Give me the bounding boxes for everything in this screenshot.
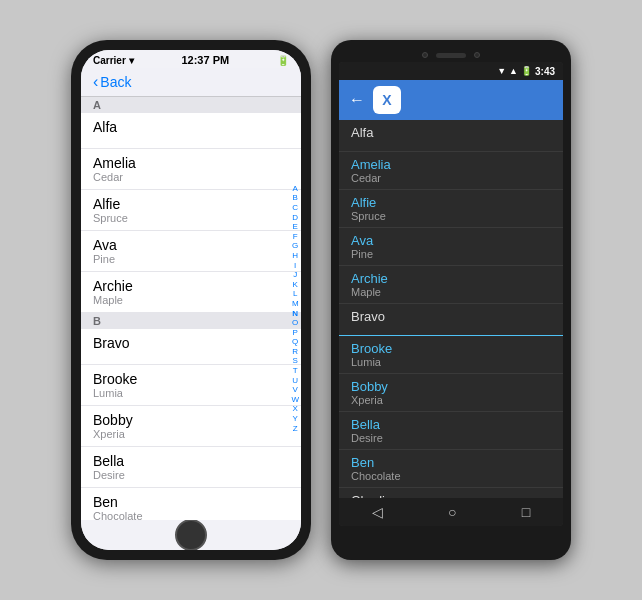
- index-letter[interactable]: K: [291, 280, 299, 290]
- ios-list: A Alfa Amelia Cedar Alfie Spruce Ava Pin…: [81, 97, 301, 520]
- android-nav-bar: ◁ ○ □: [339, 498, 563, 526]
- android-item-name: Alfie: [351, 195, 551, 210]
- android-app-icon-label: X: [382, 92, 391, 108]
- ios-back-button[interactable]: ‹ Back: [93, 74, 131, 90]
- android-camera2: [474, 52, 480, 58]
- ios-nav-bar: ‹ Back: [81, 68, 301, 97]
- ios-phone: Carrier ▾ 12:37 PM 🔋 ‹ Back A Alfa Amel: [71, 40, 311, 560]
- index-letter[interactable]: A: [291, 184, 299, 194]
- android-item-sub: Pine: [351, 248, 551, 260]
- index-letter[interactable]: Y: [291, 414, 299, 424]
- list-item[interactable]: Ben Chocolate: [339, 450, 563, 488]
- list-item[interactable]: Amelia Cedar: [81, 149, 301, 190]
- list-item[interactable]: Archie Maple: [81, 272, 301, 313]
- list-item[interactable]: Bobby Xperia: [81, 406, 301, 447]
- android-status-bar: ▼ ▲ 🔋 3:43: [339, 62, 563, 80]
- android-item-sub: Cedar: [351, 172, 551, 184]
- index-letter[interactable]: X: [291, 404, 299, 414]
- index-letter[interactable]: Z: [291, 424, 299, 434]
- index-letter[interactable]: V: [291, 385, 299, 395]
- index-letter[interactable]: L: [291, 289, 299, 299]
- index-letter[interactable]: O: [291, 318, 299, 328]
- list-item[interactable]: Bobby Xperia: [339, 374, 563, 412]
- android-item-name: Amelia: [351, 157, 551, 172]
- list-item[interactable]: Bella Desire: [339, 412, 563, 450]
- ios-item-sub: Maple: [93, 294, 289, 306]
- android-item-sub: Spruce: [351, 210, 551, 222]
- index-letter[interactable]: B: [291, 193, 299, 203]
- ios-section-header-a: A: [81, 97, 301, 113]
- android-app-bar: ← X: [339, 80, 563, 120]
- index-letter[interactable]: M: [291, 299, 299, 309]
- list-item[interactable]: Alfa: [81, 113, 301, 149]
- ios-index-bar: A B C D E F G H I J K L M N O P Q: [291, 97, 299, 520]
- index-letter[interactable]: U: [291, 376, 299, 386]
- ios-item-name: Archie: [93, 278, 289, 294]
- index-letter[interactable]: P: [291, 328, 299, 338]
- list-item[interactable]: Ava Pine: [81, 231, 301, 272]
- android-item-name: Brooke: [351, 341, 551, 356]
- android-item-sub: Chocolate: [351, 470, 551, 482]
- index-letter[interactable]: G: [291, 241, 299, 251]
- list-item[interactable]: Bella Desire: [81, 447, 301, 488]
- list-item[interactable]: Archie Maple: [339, 266, 563, 304]
- android-speaker: [436, 53, 466, 58]
- ios-item-sub: Xperia: [93, 428, 289, 440]
- ios-item-name: Amelia: [93, 155, 289, 171]
- list-item[interactable]: Amelia Cedar: [339, 152, 563, 190]
- index-letter[interactable]: J: [291, 270, 299, 280]
- list-item[interactable]: Alfie Spruce: [339, 190, 563, 228]
- android-wifi-icon: ▼: [497, 66, 506, 76]
- list-item[interactable]: Charlie: [339, 488, 563, 498]
- ios-status-bar: Carrier ▾ 12:37 PM 🔋: [81, 50, 301, 68]
- ios-item-sub: Spruce: [93, 212, 289, 224]
- android-screen: ▼ ▲ 🔋 3:43 ← X Alfa Amelia: [339, 62, 563, 526]
- android-top-bar: [339, 48, 563, 62]
- index-letter[interactable]: I: [291, 261, 299, 271]
- android-phone: ▼ ▲ 🔋 3:43 ← X Alfa Amelia: [331, 40, 571, 560]
- index-letter[interactable]: H: [291, 251, 299, 261]
- ios-item-name: Alfie: [93, 196, 289, 212]
- android-app-icon: X: [373, 86, 401, 114]
- ios-screen: Carrier ▾ 12:37 PM 🔋 ‹ Back A Alfa Amel: [81, 50, 301, 550]
- ios-item-name: Ben: [93, 494, 289, 510]
- list-item[interactable]: Bravo: [81, 329, 301, 365]
- android-camera: [422, 52, 428, 58]
- ios-item-sub: Desire: [93, 469, 289, 481]
- ios-item-sub: Lumia: [93, 387, 289, 399]
- android-item-name: Archie: [351, 271, 551, 286]
- android-signal-icon: ▲: [509, 66, 518, 76]
- ios-item-name: Bobby: [93, 412, 289, 428]
- index-letter[interactable]: W: [291, 395, 299, 405]
- android-bottom-bar: [339, 526, 563, 536]
- list-item[interactable]: Ben Chocolate: [81, 488, 301, 520]
- ios-home-button[interactable]: [175, 519, 207, 550]
- list-item[interactable]: Alfie Spruce: [81, 190, 301, 231]
- android-item-name: Ben: [351, 455, 551, 470]
- index-letter[interactable]: C: [291, 203, 299, 213]
- list-item[interactable]: Alfa: [339, 120, 563, 152]
- index-letter[interactable]: S: [291, 356, 299, 366]
- index-letter[interactable]: Q: [291, 337, 299, 347]
- android-recents-button[interactable]: □: [522, 504, 530, 520]
- index-letter[interactable]: D: [291, 213, 299, 223]
- android-item-name: Bravo: [351, 309, 551, 324]
- list-item[interactable]: Brooke Lumia: [81, 365, 301, 406]
- list-item[interactable]: Bravo: [339, 304, 563, 336]
- android-back-button[interactable]: ◁: [372, 504, 383, 520]
- ios-item-name: Brooke: [93, 371, 289, 387]
- android-item-sub: Desire: [351, 432, 551, 444]
- index-letter[interactable]: F: [291, 232, 299, 242]
- list-item[interactable]: Ava Pine: [339, 228, 563, 266]
- android-home-button[interactable]: ○: [448, 504, 456, 520]
- index-letter[interactable]: T: [291, 366, 299, 376]
- index-letter[interactable]: E: [291, 222, 299, 232]
- ios-back-label: Back: [100, 74, 131, 90]
- list-item[interactable]: Brooke Lumia: [339, 336, 563, 374]
- ios-carrier: Carrier ▾: [93, 55, 134, 66]
- ios-item-name: Ava: [93, 237, 289, 253]
- index-letter[interactable]: N: [291, 309, 299, 319]
- index-letter[interactable]: R: [291, 347, 299, 357]
- android-back-arrow-icon[interactable]: ←: [349, 91, 365, 109]
- ios-item-sub: Cedar: [93, 171, 289, 183]
